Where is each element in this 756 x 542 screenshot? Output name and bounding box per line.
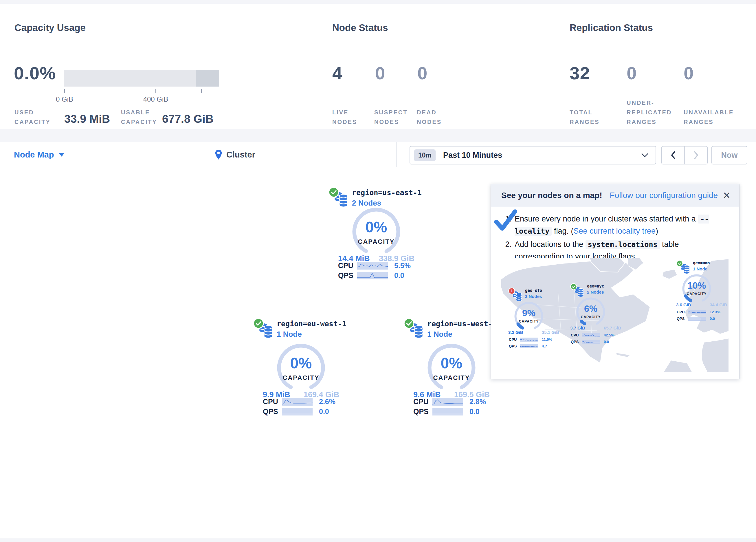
used-value: 3.6 GiB (676, 302, 691, 307)
view-selector-dropdown[interactable]: Node Map (14, 142, 65, 167)
region-card-eu-west-1[interactable]: region=eu-west-1 1 Node 0% CAPACITY 9.9 … (252, 318, 350, 428)
time-range-badge: 10m (414, 149, 436, 161)
replication-status-title: Replication Status (570, 22, 653, 33)
qps-value: 0.0 (604, 340, 609, 344)
page-background-strip (0, 0, 756, 4)
cpu-sparkline (432, 398, 463, 406)
cpu-value: 2.6% (319, 398, 335, 406)
gauge-percent: 9% (513, 308, 545, 319)
gauge-caption: CAPACITY (350, 238, 402, 245)
qps-label: QPS (338, 271, 357, 280)
healthy-badge-icon (328, 187, 339, 198)
locality-node-count: 2 Nodes (525, 294, 542, 299)
capacity-gauge: 10% CAPACITY (681, 273, 713, 305)
qps-label: QPS (677, 317, 688, 321)
alert-badge-icon (508, 288, 515, 295)
chevron-left-icon (670, 150, 676, 160)
qps-value: 0.0 (710, 317, 715, 321)
total-value: 35.1 GiB (542, 330, 559, 335)
gauge-percent: 0% (425, 354, 478, 372)
setup-steps: 1. Ensure every node in your cluster was… (502, 213, 728, 264)
total-value: 34.4 GiB (710, 302, 727, 307)
cpu-sparkline (688, 310, 706, 314)
map-node-geo-ams[interactable]: geo=ams 1 Node 10% CAPACITY 3.6 GiB 34.4… (676, 260, 734, 327)
gauge-percent: 0% (275, 354, 327, 372)
now-button[interactable]: Now (711, 146, 747, 164)
capacity-gauge: 6% CAPACITY (575, 296, 607, 328)
qps-value: 0.0 (394, 271, 404, 280)
time-range-selector[interactable]: 10m Past 10 Minutes (410, 146, 656, 164)
cpu-sparkline (520, 338, 538, 342)
cpu-value: 2.8% (469, 398, 486, 406)
cpu-value: 12.3% (710, 310, 720, 314)
cpu-label: CPU (413, 398, 432, 406)
qps-sparkline (688, 317, 706, 321)
gauge-percent: 10% (681, 280, 713, 291)
qps-value: 0.0 (469, 407, 480, 416)
section-divider-band (0, 129, 756, 142)
breadcrumb[interactable]: Cluster (215, 142, 255, 167)
view-selector-label: Node Map (14, 150, 54, 159)
qps-label: QPS (571, 340, 582, 344)
used-capacity-label: USED CAPACITY (14, 80, 67, 127)
cpu-sparkline (582, 333, 600, 337)
region-card-us-east-1[interactable]: region=us-east-1 2 Nodes 0% CAPACITY 14.… (327, 187, 425, 297)
qps-sparkline (582, 340, 600, 344)
region-card-us-west-1[interactable]: region=us-west-1 1 Node 0% CAPACITY 9.6 … (402, 318, 501, 428)
capacity-gauge: 0% CAPACITY (275, 342, 327, 394)
healthy-badge-icon (403, 318, 414, 329)
total-value: 65.7 GiB (604, 326, 621, 330)
toolbar-divider (396, 142, 397, 167)
unavailable-label: UNAVAILABLE RANGES (684, 80, 742, 127)
region-label: region=us-east-1 (352, 188, 422, 197)
time-back-button[interactable] (662, 146, 685, 164)
region-label: region=us-west-1 (427, 320, 497, 328)
map-node-geo-sfo[interactable]: geo=sfo 2 Nodes 9% CAPACITY 3.2 GiB 35.1… (508, 288, 566, 354)
used-capacity-value: 33.9 MiB (64, 113, 110, 125)
map-node-geo-nyc[interactable]: geo=nyc 2 Nodes 6% CAPACITY 3.7 GiB 65.7… (570, 283, 628, 350)
usable-capacity-value: 677.8 GiB (162, 113, 214, 125)
gauge-caption: CAPACITY (575, 315, 607, 319)
qps-sparkline (432, 408, 463, 416)
axis-tick (110, 89, 110, 93)
cpu-sparkline (357, 262, 388, 269)
caret-down-icon (59, 153, 65, 157)
page-footer-strip (0, 538, 756, 542)
capacity-usage-title: Capacity Usage (14, 22, 86, 33)
under-replicated-label: UNDER-REPLICATED RANGES (627, 80, 677, 127)
suspect-nodes-label: SUSPECT NODES (374, 80, 412, 127)
healthy-badge-icon (676, 260, 683, 267)
capacity-gauge: 0% CAPACITY (425, 342, 478, 394)
popup-title: See your nodes on a map! (501, 191, 602, 200)
gauge-caption: CAPACITY (425, 374, 478, 382)
locality-tree-link[interactable]: See current locality tree (573, 227, 656, 235)
gauge-percent: 6% (575, 304, 607, 314)
close-icon[interactable]: ✕ (723, 191, 731, 200)
breadcrumb-label: Cluster (226, 150, 255, 159)
qps-value: 4.7 (542, 344, 547, 348)
cpu-label: CPU (571, 333, 582, 337)
popup-header: See your nodes on a map! Follow our conf… (491, 184, 739, 207)
qps-sparkline (282, 408, 313, 416)
total-ranges-label: TOTAL RANGES (570, 80, 607, 127)
cpu-label: CPU (338, 261, 357, 270)
configuration-guide-link[interactable]: Follow our configuration guide (610, 191, 718, 200)
cpu-value: 42.5% (604, 333, 614, 337)
capacity-gauge: 9% CAPACITY (513, 300, 545, 332)
step-complete-check-icon (494, 208, 518, 233)
qps-label: QPS (263, 407, 282, 416)
time-forward-button[interactable] (685, 146, 707, 164)
cpu-label: CPU (677, 310, 688, 314)
map-pin-icon (215, 149, 222, 160)
qps-sparkline (357, 272, 388, 280)
dead-nodes-label: DEAD NODES (417, 80, 449, 127)
gauge-caption: CAPACITY (681, 292, 713, 296)
gauge-caption: CAPACITY (275, 374, 327, 382)
qps-value: 0.0 (319, 407, 329, 416)
qps-label: QPS (509, 344, 520, 348)
chevron-down-icon (641, 153, 649, 157)
cpu-value: 11.0% (542, 337, 552, 342)
step-text: Ensure every node in your cluster was st… (515, 213, 728, 237)
capacity-gauge: 0% CAPACITY (350, 205, 402, 258)
locality-label: geo=nyc (587, 284, 604, 289)
